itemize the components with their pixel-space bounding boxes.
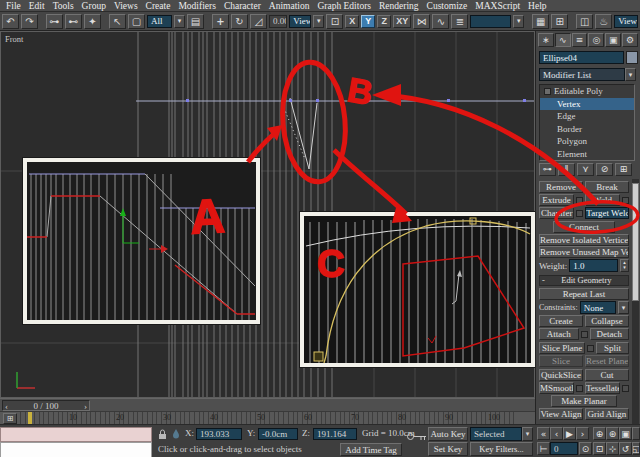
split-checkbox[interactable] <box>587 345 594 352</box>
object-name-field[interactable]: Ellipse04 <box>539 51 624 64</box>
select-and-scale-icon[interactable]: ◿ <box>250 14 267 29</box>
rendered-frame-icon[interactable]: ◫ <box>576 14 593 29</box>
weight-spinner[interactable]: ▴▾ <box>620 259 629 272</box>
menu-modifiers[interactable]: Modifiers <box>174 1 219 11</box>
x-coordinate-field[interactable]: 193.033 <box>196 428 242 440</box>
cut-button[interactable]: Cut <box>585 369 629 381</box>
menu-rendering[interactable]: Rendering <box>375 1 423 11</box>
bind-to-space-warp-icon[interactable]: ✦ <box>84 14 101 29</box>
track-bar[interactable]: ⊞ 10 20 30 40 50 60 70 80 90 100 <box>0 411 535 424</box>
selection-lock-icon[interactable] <box>158 429 167 440</box>
key-filters-button[interactable]: Key Filters... <box>470 442 533 456</box>
play-icon[interactable]: ▶ <box>563 427 576 440</box>
tessellate-settings-button[interactable] <box>622 385 629 392</box>
attach-button[interactable]: Attach <box>539 328 579 340</box>
named-selection-dropdown[interactable] <box>470 15 511 28</box>
repeat-last-button[interactable]: Repeat Last <box>539 288 629 300</box>
modifier-bulb-icon[interactable] <box>544 88 551 95</box>
split-button[interactable]: Split <box>596 342 629 354</box>
axis-xy-button[interactable]: XY <box>393 15 411 28</box>
display-tab-icon[interactable]: ▣ <box>605 33 621 47</box>
tessellate-button[interactable]: Tessellate <box>585 382 620 394</box>
selection-filter-arrow-icon[interactable]: ▾ <box>174 15 185 28</box>
stack-item-edge[interactable]: Edge <box>540 110 634 123</box>
frame-forward-arrow-icon[interactable]: › <box>84 401 87 411</box>
z-coordinate-field[interactable]: 191.164 <box>313 428 357 440</box>
menu-character[interactable]: Character <box>220 1 265 11</box>
y-coordinate-field[interactable]: -0.0cm <box>258 428 298 440</box>
weight-field[interactable]: 1.0 <box>569 259 618 272</box>
modify-tab-icon[interactable]: ∿ <box>555 33 571 47</box>
modifier-list-arrow-icon[interactable]: ▾ <box>625 68 636 81</box>
absolute-mode-icon[interactable] <box>172 429 180 439</box>
stack-item-editable-poly[interactable]: Editable Poly <box>540 85 634 98</box>
menu-tools[interactable]: Tools <box>49 1 78 11</box>
quick-render-icon[interactable]: ♨ <box>595 14 612 29</box>
key-filter-arrow-icon[interactable]: ▾ <box>522 427 533 441</box>
menu-graph-editors[interactable]: Graph Editors <box>313 1 375 11</box>
constraints-arrow-icon[interactable]: ▾ <box>618 301 629 314</box>
menu-create[interactable]: Create <box>142 1 175 11</box>
zoom-region-icon[interactable]: ⊡ <box>593 442 606 455</box>
weld-settings-button[interactable] <box>622 197 629 204</box>
motion-tab-icon[interactable]: ◎ <box>588 33 604 47</box>
zoom-icon[interactable]: ⊕ <box>593 427 606 440</box>
break-button[interactable]: Break <box>585 181 629 193</box>
edit-geometry-rollout-header[interactable]: - Edit Geometry <box>539 275 629 286</box>
select-and-rotate-icon[interactable]: ↻ <box>231 14 248 29</box>
constraints-dropdown[interactable]: None <box>580 301 616 314</box>
key-mode-toggle-icon[interactable]: ⊢ <box>537 442 550 455</box>
target-weld-button[interactable]: Target Weld <box>585 207 629 219</box>
hierarchy-tab-icon[interactable]: ≡ <box>572 33 588 47</box>
slice-plane-button[interactable]: Slice Plane <box>539 342 585 354</box>
maxscript-listener-bottom[interactable] <box>0 442 152 457</box>
selection-region-icon[interactable]: ▢ <box>128 14 145 29</box>
arc-rotate-icon[interactable]: ↺ <box>619 442 632 455</box>
zoom-all-icon[interactable]: ⊛ <box>606 427 619 440</box>
configure-modifier-sets-icon[interactable]: ⊞ <box>615 163 632 176</box>
msmooth-settings-button[interactable] <box>576 385 583 392</box>
reference-coordinate-dropdown[interactable]: View <box>289 15 311 28</box>
create-button[interactable]: Create <box>539 315 583 327</box>
maxscript-listener-top[interactable] <box>0 427 152 442</box>
render-view-dropdown[interactable]: View <box>614 15 638 28</box>
weld-button[interactable]: Weld <box>585 194 620 206</box>
show-end-result-icon[interactable]: ∥ <box>558 163 575 176</box>
snap-percent-value[interactable]: 0.00 <box>269 15 287 28</box>
time-slider-block[interactable]: ‹ 0 / 100 › <box>2 400 90 411</box>
set-key-button[interactable]: Set Key <box>428 442 468 456</box>
extrude-button[interactable]: Extrude <box>539 194 574 206</box>
zoom-extents-icon[interactable]: ▣ <box>619 427 632 440</box>
stack-item-element[interactable]: Element <box>540 148 634 161</box>
next-frame-icon[interactable]: › <box>576 427 589 440</box>
mini-curve-editor-icon[interactable]: ⊞ <box>3 413 17 424</box>
select-object-icon[interactable]: ↖ <box>109 14 126 29</box>
current-frame-field[interactable]: 0 <box>550 442 578 455</box>
panel-scrollbar[interactable] <box>632 179 639 425</box>
quickslice-button[interactable]: QuickSlice <box>539 369 583 381</box>
stack-item-vertex[interactable]: Vertex <box>540 98 634 111</box>
axis-z-button[interactable]: Z <box>377 15 391 28</box>
menu-group[interactable]: Group <box>78 1 110 11</box>
select-by-name-icon[interactable]: ▤ <box>187 14 204 29</box>
pin-stack-icon[interactable]: ⊶ <box>539 163 556 176</box>
select-and-move-icon[interactable]: + <box>212 14 229 29</box>
view-align-button[interactable]: View Align <box>539 408 583 420</box>
make-unique-icon[interactable]: ⋎ <box>577 163 594 176</box>
remove-unused-map-verts-button[interactable]: Remove Unused Map Verts <box>539 246 629 258</box>
zoom-extents-all-icon[interactable] <box>632 427 640 440</box>
menu-views[interactable]: Views <box>110 1 142 11</box>
menu-help[interactable]: Help <box>524 1 550 11</box>
menu-maxscript[interactable]: MAXScript <box>471 1 524 11</box>
stack-item-polygon[interactable]: Polygon <box>540 135 634 148</box>
key-filter-dropdown[interactable]: Selected <box>470 427 522 441</box>
previous-frame-icon[interactable]: ‹ <box>550 427 563 440</box>
remove-isolated-vertices-button[interactable]: Remove Isolated Vertices <box>539 234 629 246</box>
connect-button[interactable]: Connect <box>553 221 615 233</box>
frame-back-arrow-icon[interactable]: ‹ <box>5 401 8 411</box>
mirror-icon[interactable]: ⋈ <box>413 14 430 29</box>
select-and-link-icon[interactable]: ⊶ <box>46 14 63 29</box>
use-pivot-center-icon[interactable]: ⊡ <box>326 14 343 29</box>
pan-icon[interactable]: ⊹ <box>606 442 619 455</box>
go-to-start-icon[interactable]: « <box>537 427 550 440</box>
